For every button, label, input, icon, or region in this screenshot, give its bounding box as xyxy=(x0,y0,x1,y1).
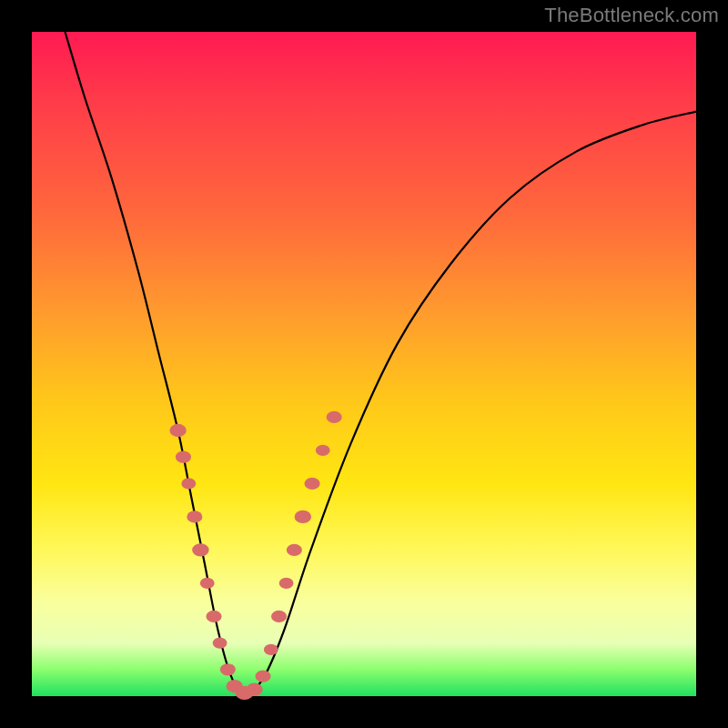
curve-marker xyxy=(255,670,270,682)
curve-marker xyxy=(287,544,302,556)
curve-marker xyxy=(220,663,236,675)
curve-marker xyxy=(264,644,278,655)
curve-marker xyxy=(181,478,196,489)
plot-area xyxy=(32,32,696,696)
curve-marker xyxy=(169,424,186,437)
curve-marker xyxy=(295,511,311,523)
curve-marker xyxy=(271,611,287,622)
watermark-text: TheBottleneck.com xyxy=(544,4,719,27)
chart-frame: TheBottleneck.com xyxy=(0,0,728,728)
curve-marker xyxy=(192,543,208,556)
curve-marker xyxy=(327,411,342,423)
curve-marker xyxy=(246,683,262,696)
curve-marker xyxy=(213,637,228,648)
curve-marker xyxy=(316,445,330,456)
curve-marker xyxy=(305,478,320,490)
curve-marker xyxy=(279,578,294,589)
bottleneck-curve xyxy=(66,32,697,696)
curve-marker xyxy=(200,578,215,589)
curve-markers xyxy=(169,411,341,700)
curve-marker xyxy=(187,511,202,522)
curve-marker xyxy=(176,451,191,463)
curve-marker xyxy=(206,611,221,622)
curve-svg xyxy=(32,32,696,696)
